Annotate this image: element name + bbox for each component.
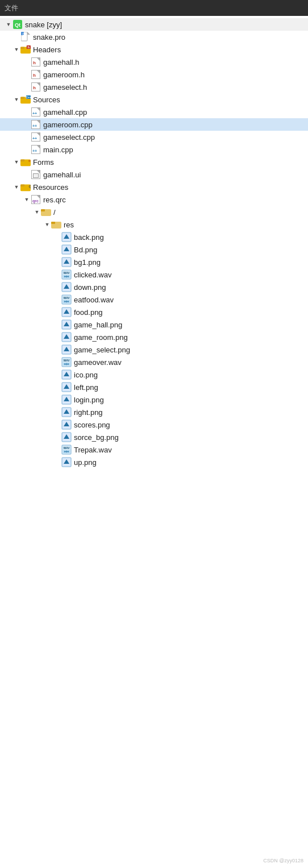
svg-text:C++: C++ <box>26 96 31 99</box>
png-icon-game-room <box>61 332 72 342</box>
res-folder-icon <box>51 219 61 230</box>
svg-text:Qt: Qt <box>15 22 20 28</box>
png-icon-left <box>61 382 72 392</box>
res-folder-label: res <box>64 221 74 229</box>
tree-item-gamehall-ui[interactable]: ▶ gamehall.ui <box>0 168 308 181</box>
title-bar: 文件 <box>0 0 308 16</box>
tree-item-food-png[interactable]: ▶ food.png <box>0 306 308 318</box>
tree-item-sorce-bg-png[interactable]: ▶ sorce_bg.png <box>0 431 308 443</box>
resources-folder-label: Resources <box>33 183 68 192</box>
svg-rect-15 <box>20 160 24 162</box>
png-icon-ico <box>61 369 72 380</box>
tree-item-resources-folder[interactable]: ⚙ Resources <box>0 181 308 193</box>
tree-item-sources-folder[interactable]: C++ Sources <box>0 93 308 106</box>
tree-item-gameroom-cpp[interactable]: ▶ ++ gameroom.cpp <box>0 118 308 131</box>
watermark: CSDN @zyy0128 <box>263 858 303 863</box>
tree-item-game-select-png[interactable]: ▶ game_select.png <box>0 343 308 356</box>
tree-item-forms-folder[interactable]: ✏ Forms <box>0 156 308 168</box>
qrc-file-icon: qrc <box>31 194 41 205</box>
tree-item-up-png[interactable]: ▶ up.png <box>0 456 308 468</box>
game-room-png-label: game_room.png <box>74 333 128 342</box>
tree-item-ico-png[interactable]: ▶ ico.png <box>0 368 308 381</box>
tree-item-right-png[interactable]: ▶ right.png <box>0 406 308 418</box>
tree-item-gameroom-h[interactable]: ▶ h gameroom.h <box>0 68 308 81</box>
gamehall-ui-label: gamehall.ui <box>43 171 81 179</box>
scores-png-label: scores.png <box>74 421 110 429</box>
arrow-root-folder <box>33 208 41 216</box>
tree-item-bd-png[interactable]: ▶ Bd.png <box>0 243 308 256</box>
tree-item-down-png[interactable]: ▶ down.png <box>0 281 308 293</box>
png-icon-bg1 <box>61 257 72 267</box>
bg1-png-label: bg1.png <box>74 258 101 267</box>
down-png-label: down.png <box>74 283 106 292</box>
tree-item-gamehall-cpp[interactable]: ▶ ++ gamehall.cpp <box>0 106 308 118</box>
cpp-file-icon-gameroom: ++ <box>31 119 41 130</box>
tree-item-snake-pro[interactable]: ▶ Qt snake.pro <box>0 31 308 43</box>
sources-folder-label: Sources <box>33 95 60 104</box>
png-icon-back <box>61 232 72 242</box>
tree-item-left-png[interactable]: ▶ left.png <box>0 381 308 393</box>
tree-item-res-folder[interactable]: res <box>0 218 308 231</box>
tree-item-clicked-wav[interactable]: ▶ WAV clicked.wav <box>0 268 308 281</box>
pro-file-label: snake.pro <box>33 33 65 41</box>
main-cpp-label: main.cpp <box>43 146 73 154</box>
gameroom-cpp-label: gameroom.cpp <box>43 121 93 129</box>
png-icon-up <box>61 457 72 467</box>
tree-item-trepak-wav[interactable]: ▶ WAV Trepak.wav <box>0 443 308 456</box>
tree-item-game-hall-png[interactable]: ▶ game_hall.png <box>0 318 308 331</box>
gamehall-h-label: gamehall.h <box>43 58 80 67</box>
svg-text:WAV: WAV <box>63 271 70 275</box>
tree-item-res-qrc[interactable]: qrc res.qrc <box>0 193 308 206</box>
trepak-wav-label: Trepak.wav <box>74 446 112 454</box>
tree-item-gamehall-h[interactable]: ▶ h gamehall.h <box>0 56 308 68</box>
tree-item-project[interactable]: Qt snake [zyy] <box>0 18 308 31</box>
eatfood-wav-label: eatfood.wav <box>74 296 114 304</box>
tree-item-login-png[interactable]: ▶ login.png <box>0 393 308 406</box>
svg-marker-3 <box>27 32 30 35</box>
bd-png-label: Bd.png <box>74 246 97 254</box>
tree-item-gameselect-h[interactable]: ▶ h gameselect.h <box>0 81 308 93</box>
png-icon-sorce-bg <box>61 432 72 442</box>
tree-item-back-png[interactable]: ▶ back.png <box>0 231 308 243</box>
h-file-icon-gameroom: h <box>31 69 41 80</box>
tree-item-game-room-png[interactable]: ▶ game_room.png <box>0 331 308 343</box>
tree-item-root-folder[interactable]: / <box>0 206 308 218</box>
gameover-wav-label: gameover.wav <box>74 358 122 367</box>
resources-folder-icon: ⚙ <box>20 182 31 192</box>
pro-file-icon: Qt <box>20 32 31 42</box>
gameroom-h-label: gameroom.h <box>43 70 85 79</box>
png-icon-right <box>61 407 72 417</box>
tree-item-eatfood-wav[interactable]: ▶ WAV eatfood.wav <box>0 293 308 306</box>
h-file-icon-gamehall: h <box>31 57 41 67</box>
h-file-icon-gameselect: h <box>31 82 41 92</box>
wav-icon-clicked: WAV <box>61 269 72 280</box>
forms-folder-icon: ✏ <box>20 157 31 167</box>
login-png-label: login.png <box>74 396 104 404</box>
arrow-res-qrc <box>23 196 31 203</box>
sources-folder-icon: C++ <box>20 94 31 105</box>
arrow-forms <box>13 158 20 166</box>
gameselect-h-label: gameselect.h <box>43 83 87 92</box>
svg-text:h: h <box>28 45 30 49</box>
png-icon-login <box>61 394 72 405</box>
ui-file-icon-gamehall <box>31 169 41 180</box>
wav-icon-gameover: WAV <box>61 357 72 367</box>
tree-item-headers-folder[interactable]: h Headers <box>0 43 308 56</box>
arrow-sources <box>13 95 20 103</box>
up-png-label: up.png <box>74 458 97 467</box>
svg-text:⚙: ⚙ <box>28 184 31 189</box>
game-select-png-label: game_select.png <box>74 346 130 354</box>
title-text: 文件 <box>5 3 18 13</box>
tree-item-bg1-png[interactable]: ▶ bg1.png <box>0 256 308 268</box>
ico-png-label: ico.png <box>74 371 98 379</box>
tree-item-main-cpp[interactable]: ▶ ++ main.cpp <box>0 143 308 156</box>
clicked-wav-label: clicked.wav <box>74 271 111 279</box>
project-label: snake [zyy] <box>25 20 62 29</box>
tree-item-gameover-wav[interactable]: ▶ WAV gameover.wav <box>0 356 308 368</box>
svg-rect-21 <box>41 209 45 211</box>
png-icon-game-select <box>61 344 72 355</box>
svg-text:Qt: Qt <box>23 33 26 36</box>
tree-item-scores-png[interactable]: ▶ scores.png <box>0 418 308 431</box>
tree-item-gameselect-cpp[interactable]: ▶ ++ gameselect.cpp <box>0 131 308 143</box>
svg-text:WAV: WAV <box>63 359 70 362</box>
